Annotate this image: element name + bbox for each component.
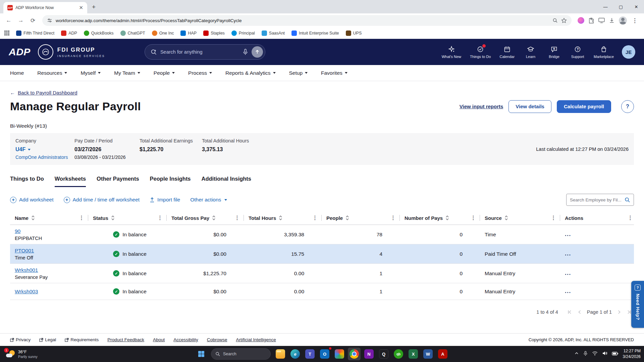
bookmark-fifth-third[interactable]: Fifth Third Direct: [13, 29, 57, 37]
global-search-input[interactable]: [160, 49, 239, 55]
bookmark-one-inc[interactable]: One Inc: [149, 29, 177, 37]
help-button[interactable]: ?: [621, 100, 634, 113]
bookmark-quickbooks[interactable]: QuickBooks: [81, 29, 117, 37]
microphone-icon[interactable]: [243, 49, 248, 55]
row-actions-icon[interactable]: ...: [565, 290, 634, 293]
window-close-button[interactable]: ✕: [629, 0, 644, 13]
sort-icon[interactable]: [504, 215, 508, 221]
acrobat-button[interactable]: A: [436, 348, 449, 360]
nav-favorites[interactable]: Favorites: [321, 70, 347, 76]
outlook-button[interactable]: O: [318, 348, 331, 360]
sort-icon[interactable]: [345, 215, 349, 221]
start-button[interactable]: [195, 348, 208, 360]
user-avatar[interactable]: JE: [622, 45, 635, 59]
worksheet-link[interactable]: 90: [15, 228, 20, 234]
things-to-do-button[interactable]: Things to Do: [470, 46, 491, 59]
bookmark-intuit[interactable]: Intuit Enterprise Suite: [288, 29, 342, 37]
nav-setup[interactable]: Setup: [289, 70, 308, 76]
back-to-payroll-dashboard-link[interactable]: ← Back to Payroll Dashboard: [10, 90, 77, 96]
bookmark-hap[interactable]: HAP: [177, 29, 200, 37]
tab-people-insights[interactable]: People Insights: [150, 176, 191, 187]
worksheet-link[interactable]: Wrksh003: [15, 289, 38, 295]
window-minimize-button[interactable]: —: [598, 0, 613, 13]
chrome-button[interactable]: [348, 348, 361, 360]
reload-icon[interactable]: ⟳: [28, 15, 38, 26]
column-menu-icon[interactable]: ⋮: [470, 215, 477, 221]
company-admin-link[interactable]: CompOne Administrators: [15, 155, 74, 160]
column-header-number-of-pays[interactable]: Number of Pays ⋮: [400, 211, 480, 225]
footer-about-link[interactable]: About: [153, 337, 165, 342]
teams-button[interactable]: T: [304, 348, 316, 360]
new-tab-button[interactable]: +: [92, 4, 96, 10]
worksheet-link[interactable]: Wrksh001: [15, 267, 38, 273]
view-details-button[interactable]: View details: [508, 100, 551, 113]
column-header-total-hours[interactable]: Total Hours ⋮: [244, 211, 322, 225]
apps-grid-icon[interactable]: [4, 30, 10, 36]
column-header-source[interactable]: Source ⋮: [480, 211, 560, 225]
column-header-status[interactable]: Status ⋮: [88, 211, 167, 225]
row-actions-icon[interactable]: ...: [565, 233, 634, 236]
sort-icon[interactable]: [111, 215, 115, 221]
next-page-icon[interactable]: [616, 309, 622, 315]
row-actions-icon[interactable]: ...: [565, 272, 634, 275]
site-info-icon[interactable]: [47, 18, 52, 23]
tab-close-icon[interactable]: ✕: [77, 5, 85, 11]
employee-search[interactable]: [566, 194, 634, 206]
sort-icon[interactable]: [212, 215, 216, 221]
previous-page-icon[interactable]: [577, 309, 582, 315]
column-menu-icon[interactable]: ⋮: [550, 215, 557, 221]
wifi-icon[interactable]: [592, 351, 598, 357]
bookmark-ups[interactable]: UPS: [343, 29, 365, 37]
calendar-button[interactable]: Calendar: [499, 46, 515, 59]
excel-button[interactable]: X: [407, 348, 420, 360]
nav-process[interactable]: Process: [188, 70, 212, 76]
other-actions-button[interactable]: Other actions: [190, 197, 227, 203]
learn-button[interactable]: Learn: [523, 46, 538, 59]
worksheet-link[interactable]: PTO001: [15, 248, 34, 254]
bookmark-saasant[interactable]: SaasAnt: [259, 29, 288, 37]
photos-button[interactable]: [333, 348, 346, 360]
column-menu-icon[interactable]: ⋮: [389, 215, 397, 221]
column-header-name[interactable]: Name ⋮: [10, 211, 88, 225]
nav-myself[interactable]: Myself: [80, 70, 101, 76]
back-icon[interactable]: ←: [3, 15, 14, 26]
sort-icon[interactable]: [31, 215, 35, 221]
taskbar-search[interactable]: Search: [211, 348, 271, 360]
column-menu-icon[interactable]: ⋮: [627, 215, 634, 221]
volume-icon[interactable]: [602, 351, 607, 357]
tab-worksheets[interactable]: Worksheets: [55, 176, 86, 187]
bookmark-principal[interactable]: Principal: [228, 29, 258, 37]
column-menu-icon[interactable]: ⋮: [311, 215, 319, 221]
browser-profile-icon[interactable]: [619, 16, 627, 24]
tab-things-to-do[interactable]: Things to Do: [10, 176, 44, 187]
battery-icon[interactable]: [612, 351, 619, 357]
q-app-button[interactable]: Q: [377, 348, 390, 360]
quickbooks-button[interactable]: qb: [392, 348, 405, 360]
weather-widget[interactable]: 1 36°F Partly sunny: [3, 346, 41, 362]
search-icon[interactable]: [625, 197, 630, 203]
view-input-reports-link[interactable]: View input reports: [460, 104, 503, 109]
column-menu-icon[interactable]: ⋮: [156, 215, 164, 221]
forward-icon[interactable]: →: [15, 15, 26, 26]
window-maximize-button[interactable]: ▢: [613, 0, 629, 13]
footer-cobrowse-link[interactable]: Cobrowse: [207, 337, 227, 342]
browser-menu-icon[interactable]: ⋮: [631, 18, 639, 23]
support-button[interactable]: ? Support: [570, 46, 585, 59]
nav-my-team[interactable]: My Team: [114, 70, 140, 76]
send-to-device-icon[interactable]: [598, 18, 605, 23]
zoom-icon[interactable]: [552, 18, 558, 23]
nav-people[interactable]: People: [154, 70, 175, 76]
marketplace-button[interactable]: Marketplace: [594, 46, 614, 59]
browser-tab[interactable]: ADP ADP Workforce Now ✕: [3, 2, 87, 13]
footer-accessibility-link[interactable]: Accessibility: [173, 337, 198, 342]
nav-resources[interactable]: Resources: [37, 70, 67, 76]
company-selector[interactable]: U4F: [15, 146, 74, 153]
bookmark-adp[interactable]: ADP: [58, 29, 80, 37]
nav-reports-analytics[interactable]: Reports & Analytics: [225, 70, 275, 76]
row-actions-icon[interactable]: ...: [565, 253, 634, 255]
taskbar-clock[interactable]: 12:27 PM 3/24/2026: [623, 348, 641, 360]
column-header-people[interactable]: People ⋮: [322, 211, 400, 225]
global-search[interactable]: [145, 44, 265, 60]
search-submit-button[interactable]: [252, 46, 263, 58]
file-explorer-button[interactable]: [274, 348, 287, 360]
